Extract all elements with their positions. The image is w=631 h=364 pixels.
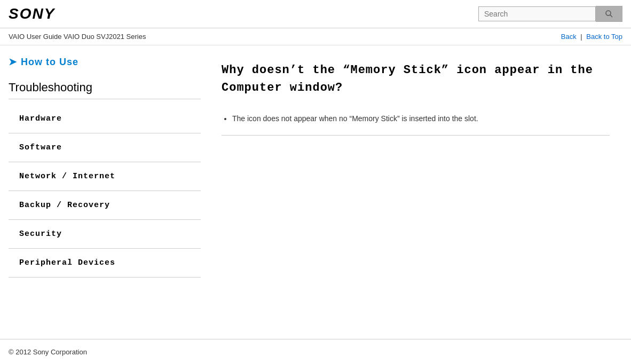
sidebar-item-peripheral-devices[interactable]: Peripheral Devices bbox=[9, 249, 201, 278]
header: SONY bbox=[0, 0, 631, 28]
sidebar-item-network-internet[interactable]: Network / Internet bbox=[9, 162, 201, 191]
content-area: Why doesn’t the “Memory Stick” icon appe… bbox=[200, 45, 631, 339]
nav-links: Back | Back to Top bbox=[561, 33, 622, 41]
back-to-top-link[interactable]: Back to Top bbox=[586, 33, 622, 41]
how-to-use-section: ➤ How to Use bbox=[9, 56, 200, 68]
sidebar: ➤ How to Use Troubleshooting Hardware So… bbox=[0, 45, 200, 339]
svg-line-1 bbox=[610, 15, 612, 17]
content-list: The icon does not appear when no “Memory… bbox=[232, 113, 610, 124]
sidebar-item-software[interactable]: Software bbox=[9, 133, 201, 162]
copyright-text: © 2012 Sony Corporation bbox=[9, 348, 87, 356]
content-body: The icon does not appear when no “Memory… bbox=[222, 113, 610, 136]
search-area bbox=[478, 6, 622, 22]
how-to-use-label: How to Use bbox=[21, 57, 78, 68]
content-list-item: The icon does not appear when no “Memory… bbox=[232, 113, 610, 124]
search-button[interactable] bbox=[596, 6, 622, 22]
sidebar-item-hardware[interactable]: Hardware bbox=[9, 105, 201, 133]
sidebar-item-backup-recovery[interactable]: Backup / Recovery bbox=[9, 191, 201, 220]
breadcrumb: VAIO User Guide VAIO Duo SVJ2021 Series bbox=[9, 33, 146, 41]
search-icon bbox=[605, 10, 613, 18]
nav-separator: | bbox=[580, 33, 582, 41]
chevron-right-icon: ➤ bbox=[9, 56, 17, 68]
svg-point-0 bbox=[606, 11, 611, 15]
search-input[interactable] bbox=[478, 6, 596, 21]
troubleshooting-heading: Troubleshooting bbox=[9, 81, 201, 99]
main-layout: ➤ How to Use Troubleshooting Hardware So… bbox=[0, 45, 631, 339]
sony-logo: SONY bbox=[9, 5, 55, 22]
back-link[interactable]: Back bbox=[561, 33, 577, 41]
footer: © 2012 Sony Corporation bbox=[0, 339, 631, 364]
content-divider bbox=[222, 135, 610, 136]
content-title: Why doesn’t the “Memory Stick” icon appe… bbox=[222, 61, 610, 97]
nav-bar: VAIO User Guide VAIO Duo SVJ2021 Series … bbox=[0, 28, 631, 45]
sidebar-item-security[interactable]: Security bbox=[9, 220, 201, 249]
